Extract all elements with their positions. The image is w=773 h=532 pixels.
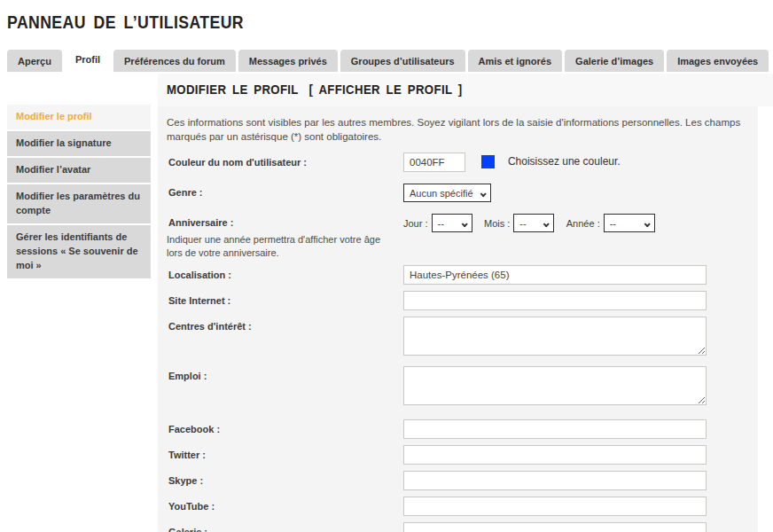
chevron-down-icon bbox=[644, 218, 649, 229]
view-profile-link[interactable]: [ AFFICHER LE PROFIL ] bbox=[308, 82, 462, 97]
tab-apercu[interactable]: Aperçu bbox=[7, 50, 62, 72]
field-row-skype: Skype : bbox=[167, 471, 749, 490]
chevron-down-icon bbox=[480, 188, 485, 199]
sidebar-item-identifiants-sessions[interactable]: Gérer les identifiants de sessions « Se … bbox=[7, 225, 151, 278]
tab-groupes-utilisateurs[interactable]: Groupes d’utilisateurs bbox=[340, 50, 465, 72]
gender-label: Genre : bbox=[167, 183, 403, 199]
profile-form: Ces informations sont visibles par les a… bbox=[158, 106, 758, 532]
skype-input[interactable] bbox=[403, 471, 707, 490]
field-row-twitter: Twitter : bbox=[167, 445, 749, 465]
month-selected-value: -- bbox=[519, 218, 526, 229]
sidebar-item-parametres-compte[interactable]: Modifier les paramètres du compte bbox=[7, 184, 151, 223]
username-color-input[interactable] bbox=[403, 153, 465, 172]
website-label: Site Internet : bbox=[167, 291, 403, 307]
tab-profil[interactable]: Profil bbox=[65, 48, 111, 72]
ucp-sidebar: Modifier le profil Modifier la signature… bbox=[7, 105, 151, 280]
main-panel: MODIFIER LE PROFIL [ AFFICHER LE PROFIL … bbox=[158, 74, 773, 532]
day-label: Jour : bbox=[403, 218, 428, 229]
birthday-label: Anniversaire : bbox=[168, 217, 233, 228]
sidebar-item-modifier-signature[interactable]: Modifier la signature bbox=[7, 131, 151, 156]
tab-bar: Aperçu Profil Préférences du forum Messa… bbox=[7, 48, 773, 72]
sidebar-item-modifier-profil[interactable]: Modifier le profil bbox=[7, 105, 151, 129]
twitter-input[interactable] bbox=[403, 445, 707, 465]
username-color-label: Couleur du nom d'utilisateur : bbox=[167, 153, 403, 168]
twitter-label: Twitter : bbox=[167, 445, 403, 461]
field-row-gender: Genre : Aucun spécifié bbox=[167, 183, 749, 202]
facebook-label: Facebook : bbox=[167, 419, 403, 435]
field-row-website: Site Internet : bbox=[167, 291, 749, 310]
skype-label: Skype : bbox=[167, 471, 403, 487]
year-label: Année : bbox=[566, 218, 600, 229]
chevron-down-icon bbox=[543, 218, 548, 229]
facebook-input[interactable] bbox=[403, 419, 707, 439]
gallery-label: Galerie : bbox=[167, 522, 403, 532]
tab-amis-ignores[interactable]: Amis et ignorés bbox=[468, 50, 563, 72]
birthday-hint: Indiquer une année permettra d'afficher … bbox=[167, 233, 394, 259]
user-control-panel-page: PANNEAU DE L’UTILISATEUR Aperçu Profil P… bbox=[0, 12, 773, 532]
chevron-down-icon bbox=[462, 218, 466, 229]
interests-textarea[interactable] bbox=[403, 317, 707, 356]
field-row-username-color: Couleur du nom d'utilisateur : Choisisse… bbox=[167, 153, 749, 172]
field-row-occupation: Emploi : bbox=[167, 366, 749, 409]
field-row-gallery: Galerie : bbox=[167, 522, 749, 532]
panel-heading-title: MODIFIER LE PROFIL bbox=[167, 82, 299, 97]
location-label: Localisation : bbox=[167, 265, 403, 281]
gender-selected-value: Aucun spécifié bbox=[410, 188, 473, 199]
youtube-input[interactable] bbox=[403, 497, 707, 516]
field-row-facebook: Facebook : bbox=[167, 419, 749, 439]
year-selected-value: -- bbox=[610, 218, 616, 229]
youtube-label: YouTube : bbox=[167, 497, 403, 512]
field-row-interests: Centres d'intérêt : bbox=[167, 317, 749, 359]
month-select[interactable]: -- bbox=[513, 214, 554, 232]
gender-select[interactable]: Aucun spécifié bbox=[403, 184, 491, 202]
day-select[interactable]: -- bbox=[432, 214, 472, 232]
tab-messages-prives[interactable]: Messages privés bbox=[238, 50, 338, 72]
year-select[interactable]: -- bbox=[604, 214, 655, 232]
interests-label: Centres d'intérêt : bbox=[167, 317, 403, 332]
tab-preferences-forum[interactable]: Préférences du forum bbox=[113, 50, 236, 72]
gallery-input[interactable] bbox=[403, 522, 707, 532]
occupation-label: Emploi : bbox=[167, 366, 403, 382]
field-row-birthday: Anniversaire : Indiquer une année permet… bbox=[167, 213, 749, 259]
occupation-textarea[interactable] bbox=[403, 366, 707, 405]
intro-text: Ces informations sont visibles par les a… bbox=[167, 115, 747, 144]
day-selected-value: -- bbox=[438, 218, 444, 229]
sidebar-item-modifier-avatar[interactable]: Modifier l’avatar bbox=[7, 158, 151, 183]
tab-images-envoyees[interactable]: Images envoyées bbox=[667, 50, 769, 72]
pick-color-text: Choisissez une couleur. bbox=[508, 155, 621, 168]
panel-heading: MODIFIER LE PROFIL [ AFFICHER LE PROFIL … bbox=[158, 74, 773, 106]
page-title: PANNEAU DE L’UTILISATEUR bbox=[7, 12, 651, 33]
field-row-youtube: YouTube : bbox=[167, 497, 749, 516]
website-input[interactable] bbox=[403, 291, 707, 310]
field-row-location: Localisation : bbox=[167, 265, 749, 285]
content-area: Modifier le profil Modifier la signature… bbox=[0, 74, 773, 532]
month-label: Mois : bbox=[484, 218, 510, 229]
color-swatch-icon[interactable] bbox=[481, 155, 495, 168]
tab-galerie-images[interactable]: Galerie d’images bbox=[565, 50, 664, 72]
location-input[interactable] bbox=[403, 265, 707, 285]
